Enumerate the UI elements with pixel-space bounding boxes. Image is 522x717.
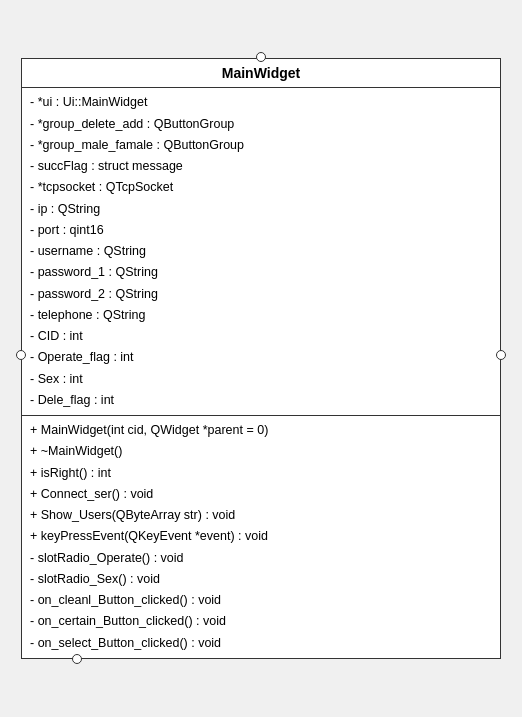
method-line-8: - slotRadio_Sex() : void: [30, 569, 492, 590]
connector-right: [496, 350, 506, 360]
connector-top: [256, 52, 266, 62]
attr-line-13: - Operate_flag : int: [30, 347, 492, 368]
method-line-6: + keyPressEvent(QKeyEvent *event) : void: [30, 526, 492, 547]
attr-line-6: - ip : QString: [30, 199, 492, 220]
method-line-11: - on_select_Button_clicked() : void: [30, 633, 492, 654]
method-line-5: + Show_Users(QByteArray str) : void: [30, 505, 492, 526]
class-title: MainWidget: [22, 59, 500, 88]
method-line-9: - on_cleanl_Button_clicked() : void: [30, 590, 492, 611]
method-line-1: + MainWidget(int cid, QWidget *parent = …: [30, 420, 492, 441]
method-line-4: + Connect_ser() : void: [30, 484, 492, 505]
connector-bottom-left: [72, 654, 82, 664]
methods-section: + MainWidget(int cid, QWidget *parent = …: [22, 416, 500, 658]
method-line-7: - slotRadio_Operate() : void: [30, 548, 492, 569]
attr-line-7: - port : qint16: [30, 220, 492, 241]
uml-class-box: MainWidget - *ui : Ui::MainWidget - *gro…: [21, 58, 501, 659]
attr-line-5: - *tcpsocket : QTcpSocket: [30, 177, 492, 198]
attr-line-14: - Sex : int: [30, 369, 492, 390]
attributes-section: - *ui : Ui::MainWidget - *group_delete_a…: [22, 88, 500, 416]
attr-line-10: - password_2 : QString: [30, 284, 492, 305]
attr-line-4: - succFlag : struct message: [30, 156, 492, 177]
attr-line-8: - username : QString: [30, 241, 492, 262]
method-line-10: - on_certain_Button_clicked() : void: [30, 611, 492, 632]
attr-line-2: - *group_delete_add : QButtonGroup: [30, 114, 492, 135]
attr-line-3: - *group_male_famale : QButtonGroup: [30, 135, 492, 156]
attr-line-15: - Dele_flag : int: [30, 390, 492, 411]
uml-diagram: MainWidget - *ui : Ui::MainWidget - *gro…: [21, 58, 501, 659]
attr-line-9: - password_1 : QString: [30, 262, 492, 283]
connector-left: [16, 350, 26, 360]
attr-line-1: - *ui : Ui::MainWidget: [30, 92, 492, 113]
attr-line-11: - telephone : QString: [30, 305, 492, 326]
method-line-3: + isRight() : int: [30, 463, 492, 484]
attr-line-12: - CID : int: [30, 326, 492, 347]
method-line-2: + ~MainWidget(): [30, 441, 492, 462]
